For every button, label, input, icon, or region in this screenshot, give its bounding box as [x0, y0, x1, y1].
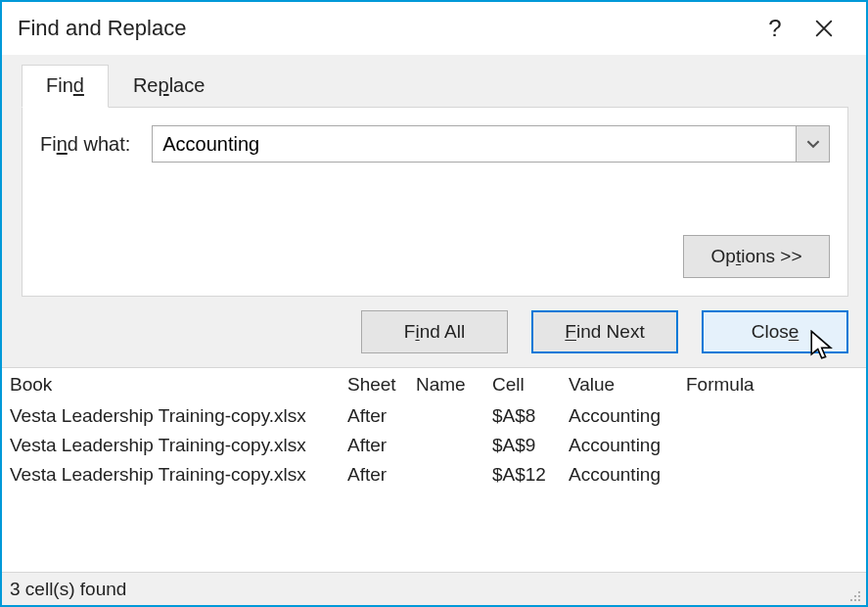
find-label-pre: Fi: [40, 133, 57, 155]
titlebar: Find and Replace ?: [2, 2, 866, 55]
cell-book: Vesta Leadership Training-copy.xlsx: [2, 460, 340, 490]
svg-point-5: [858, 599, 860, 601]
status-text: 3 cell(s) found: [10, 579, 126, 600]
chevron-down-icon: [806, 137, 820, 151]
options-row: Options >>: [40, 235, 830, 278]
tab-replace-label-post: lace: [169, 74, 206, 96]
svg-point-1: [854, 595, 856, 597]
table-row[interactable]: Vesta Leadership Training-copy.xlsx Afte…: [2, 401, 866, 431]
table-row[interactable]: Vesta Leadership Training-copy.xlsx Afte…: [2, 460, 866, 490]
table-row[interactable]: Vesta Leadership Training-copy.xlsx Afte…: [2, 431, 866, 460]
cell-sheet: After: [340, 460, 408, 490]
cell-value: Accounting: [561, 431, 678, 460]
findall-label-pre: F: [404, 321, 416, 343]
tab-find-label-pre: Fin: [46, 74, 73, 96]
cell-value: Accounting: [561, 401, 678, 431]
svg-point-3: [850, 599, 852, 601]
tab-replace-label-u: p: [159, 74, 169, 96]
cell-name: [408, 431, 484, 460]
cell-name: [408, 460, 484, 490]
cell-cell: $A$8: [484, 401, 561, 431]
results-table: Book Sheet Name Cell Value Formula Vesta…: [2, 367, 866, 572]
cell-sheet: After: [340, 401, 408, 431]
find-next-button[interactable]: Find Next: [531, 310, 678, 353]
find-what-label: Find what:: [40, 133, 130, 156]
findnext-label-post: ind Next: [576, 321, 645, 343]
cell-cell: $A$12: [484, 460, 561, 490]
cell-value: Accounting: [561, 460, 678, 490]
upper-panel: Find Replace Find what: Opt: [2, 55, 866, 367]
action-buttons-row: Find All Find Next Close: [22, 310, 848, 353]
header-value[interactable]: Value: [561, 368, 678, 401]
findall-label-post: nd All: [420, 321, 465, 343]
tab-strip: Find Replace: [22, 65, 848, 108]
tab-find[interactable]: Find: [22, 65, 109, 108]
close-label-u: e: [789, 321, 799, 343]
close-button[interactable]: Close: [702, 310, 848, 353]
cell-formula: [678, 460, 866, 490]
close-icon[interactable]: [799, 9, 848, 48]
find-what-combo: [152, 125, 830, 163]
find-what-input[interactable]: [153, 126, 796, 162]
find-replace-dialog: Find and Replace ? Find Replace Find wha…: [0, 0, 868, 607]
cell-formula: [678, 401, 866, 431]
header-formula[interactable]: Formula: [678, 368, 866, 401]
close-label-pre: Clos: [752, 321, 789, 343]
cell-formula: [678, 431, 866, 460]
options-label-post: ions >>: [741, 246, 801, 267]
cell-sheet: After: [340, 431, 408, 460]
cell-book: Vesta Leadership Training-copy.xlsx: [2, 401, 340, 431]
svg-point-4: [854, 599, 856, 601]
find-label-u: n: [57, 133, 68, 155]
svg-point-2: [858, 595, 860, 597]
find-panel: Find what: Options >>: [22, 107, 848, 297]
statusbar: 3 cell(s) found: [2, 572, 866, 605]
findnext-label-u: F: [565, 321, 576, 343]
find-what-row: Find what:: [40, 125, 830, 163]
header-cell[interactable]: Cell: [484, 368, 561, 401]
dialog-title: Find and Replace: [18, 16, 751, 41]
resize-grip-icon[interactable]: [846, 586, 862, 602]
header-name[interactable]: Name: [408, 368, 484, 401]
svg-point-0: [858, 591, 860, 593]
find-all-button[interactable]: Find All: [361, 310, 508, 353]
find-label-post: d what:: [68, 133, 130, 155]
header-sheet[interactable]: Sheet: [340, 368, 408, 401]
header-book[interactable]: Book: [2, 368, 340, 401]
tab-replace-label-pre: Re: [133, 74, 159, 96]
tab-replace[interactable]: Replace: [109, 65, 229, 108]
cursor-icon: [809, 330, 837, 363]
options-label-pre: Op: [711, 246, 736, 267]
cell-cell: $A$9: [484, 431, 561, 460]
cell-book: Vesta Leadership Training-copy.xlsx: [2, 431, 340, 460]
find-what-dropdown[interactable]: [796, 126, 829, 162]
cell-name: [408, 401, 484, 431]
options-button[interactable]: Options >>: [683, 235, 830, 278]
results-header-row: Book Sheet Name Cell Value Formula: [2, 368, 866, 401]
help-icon[interactable]: ?: [751, 9, 799, 48]
tab-find-label-u: d: [73, 74, 84, 96]
